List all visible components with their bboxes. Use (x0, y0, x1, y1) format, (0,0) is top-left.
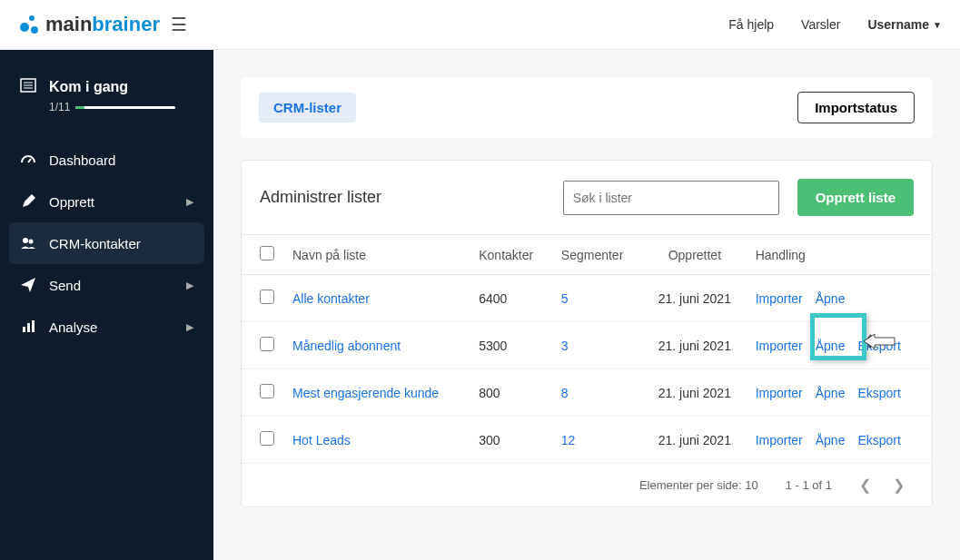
sidebar-item-label: Analyse (49, 319, 97, 335)
sidebar-item-analyse[interactable]: Analyse ▶ (0, 306, 213, 348)
svg-point-5 (23, 238, 28, 243)
list-card: Administrer lister Opprett liste Navn på… (241, 160, 933, 507)
paper-plane-icon (20, 277, 36, 293)
pager-per-page: Elementer per side: 10 (639, 478, 758, 492)
contacts-cell: 6400 (470, 275, 552, 322)
username-label: Username (867, 17, 929, 32)
main-content: CRM-lister Importstatus Administrer list… (213, 50, 960, 560)
create-list-button[interactable]: Opprett liste (797, 179, 914, 216)
col-segments: Segmenter (552, 235, 643, 275)
header-card: CRM-lister Importstatus (241, 77, 933, 138)
action-apne[interactable]: Åpne (816, 291, 846, 306)
segments-link[interactable]: 3 (561, 339, 569, 353)
col-actions: Handling (747, 235, 932, 275)
col-contacts: Kontakter (470, 235, 552, 275)
segments-link[interactable]: 8 (561, 386, 569, 400)
caret-down-icon: ▼ (933, 20, 942, 30)
chevron-right-icon: ▶ (186, 196, 193, 208)
list-name-link[interactable]: Alle kontakter (292, 291, 370, 306)
logo-text-1: main (45, 13, 92, 35)
list-name-link[interactable]: Hot Leads (292, 433, 351, 447)
col-name: Navn på liste (283, 235, 470, 275)
svg-point-6 (29, 240, 34, 244)
row-checkbox[interactable] (260, 290, 274, 304)
action-apne[interactable]: Åpne (816, 339, 846, 353)
contacts-cell: 5300 (470, 322, 552, 369)
row-checkbox[interactable] (260, 384, 274, 398)
action-eksport[interactable]: Eksport (857, 433, 900, 447)
contacts-cell: 300 (470, 417, 552, 464)
help-link[interactable]: Få hjelp (728, 17, 774, 32)
alerts-link[interactable]: Varsler (801, 17, 840, 32)
action-eksport[interactable]: Eksport (857, 386, 900, 400)
sidebar-item-send[interactable]: Send ▶ (0, 264, 213, 306)
logo-text-2: brainer (92, 13, 160, 35)
svg-line-4 (28, 159, 31, 162)
svg-rect-9 (32, 320, 35, 332)
list-title: Administrer lister (260, 188, 381, 207)
action-importer[interactable]: Importer (756, 386, 803, 400)
table-row: Mest engasjerende kunde 800 8 21. juni 2… (242, 369, 932, 417)
col-created: Opprettet (643, 235, 747, 275)
lists-table: Navn på liste Kontakter Segmenter Oppret… (242, 234, 932, 464)
action-apne[interactable]: Åpne (816, 433, 846, 447)
created-cell: 21. juni 2021 (643, 322, 747, 369)
gauge-icon (20, 152, 36, 168)
pencil-icon (20, 193, 36, 210)
action-importer[interactable]: Importer (756, 339, 803, 353)
users-icon (20, 235, 36, 251)
action-apne[interactable]: Åpne (816, 386, 846, 400)
pager-range: 1 - 1 of 1 (786, 478, 832, 492)
row-checkbox[interactable] (260, 337, 274, 351)
action-importer[interactable]: Importer (756, 433, 803, 447)
pager-next[interactable]: ❯ (893, 476, 905, 494)
pager: Elementer per side: 10 1 - 1 of 1 ❮ ❯ (242, 464, 932, 506)
topbar: mainbrainer ☰ Få hjelp Varsler Username … (0, 0, 960, 50)
sidebar-item-label: CRM-kontakter (49, 236, 141, 251)
segments-link[interactable]: 12 (561, 433, 576, 447)
logo-icon (18, 14, 40, 35)
table-row: Månedlig abonnent 5300 3 21. juni 2021 I… (242, 322, 932, 369)
list-icon (20, 77, 36, 97)
sidebar: Kom i gang 1/11 Dashboard Opprett ▶ (0, 50, 213, 560)
row-checkbox[interactable] (260, 431, 274, 446)
list-name-link[interactable]: Månedlig abonnent (292, 339, 401, 353)
chevron-right-icon: ▶ (186, 280, 193, 291)
created-cell: 21. juni 2021 (643, 369, 747, 417)
sidebar-item-dashboard[interactable]: Dashboard (0, 139, 213, 181)
created-cell: 21. juni 2021 (643, 275, 747, 322)
progress-bar (75, 106, 175, 109)
svg-rect-8 (27, 323, 30, 332)
logo[interactable]: mainbrainer (18, 13, 160, 36)
segments-link[interactable]: 5 (561, 291, 569, 306)
list-name-link[interactable]: Mest engasjerende kunde (292, 386, 439, 400)
svg-rect-7 (23, 327, 25, 332)
sidebar-onboarding[interactable]: Kom i gang 1/11 (0, 77, 213, 123)
search-input[interactable] (563, 181, 779, 215)
importstatus-button[interactable]: Importstatus (797, 92, 915, 123)
chevron-right-icon: ▶ (186, 321, 193, 333)
hamburger-icon[interactable]: ☰ (171, 14, 187, 35)
tab-crm-lister[interactable]: CRM-lister (259, 93, 356, 123)
onboarding-progress-text: 1/11 (49, 101, 70, 113)
created-cell: 21. juni 2021 (643, 417, 747, 464)
sidebar-item-label: Opprett (49, 194, 94, 210)
sidebar-item-crm-kontakter[interactable]: CRM-kontakter (9, 222, 204, 264)
action-eksport[interactable]: Eksport (857, 339, 900, 353)
contacts-cell: 800 (470, 369, 552, 417)
onboarding-title: Kom i gang (49, 79, 128, 95)
bar-chart-icon (20, 319, 36, 335)
user-menu[interactable]: Username ▼ (867, 17, 942, 32)
pager-prev[interactable]: ❮ (859, 476, 871, 494)
sidebar-item-label: Dashboard (49, 152, 115, 168)
table-row: Alle kontakter 6400 5 21. juni 2021 Impo… (242, 275, 932, 322)
select-all-checkbox[interactable] (260, 246, 274, 260)
sidebar-item-label: Send (49, 278, 81, 293)
table-row: Hot Leads 300 12 21. juni 2021 Importer … (242, 417, 932, 464)
sidebar-item-opprett[interactable]: Opprett ▶ (0, 181, 213, 222)
action-importer[interactable]: Importer (756, 291, 803, 306)
